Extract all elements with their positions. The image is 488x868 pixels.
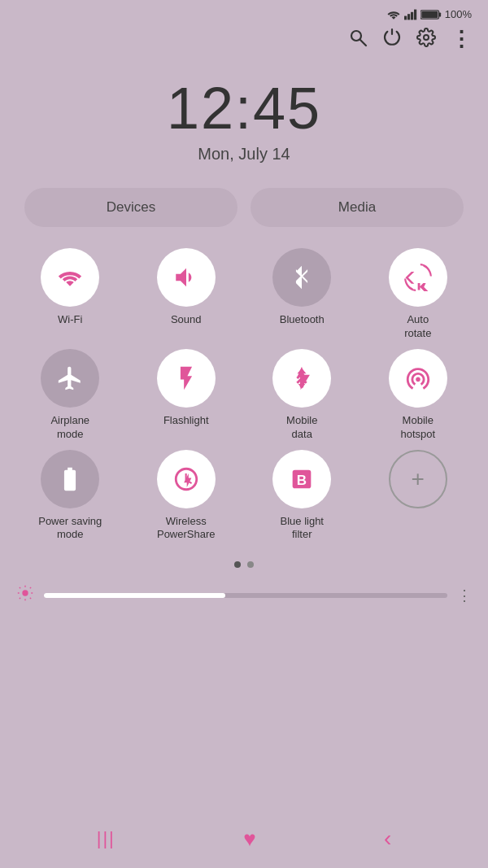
qs-sound-circle [157, 248, 216, 307]
top-actions-bar: ⋮ [0, 20, 488, 59]
qs-wireless-powershare-label: Wireless PowerShare [157, 515, 216, 543]
svg-point-7 [351, 31, 361, 41]
svg-rect-2 [411, 11, 413, 20]
qs-airplane-label: Airplane mode [50, 414, 89, 442]
qs-mobile-hotspot-circle [389, 349, 447, 408]
svg-rect-3 [414, 9, 416, 20]
search-icon[interactable] [348, 28, 368, 52]
qs-sound-label: Sound [171, 313, 202, 327]
back-nav-icon[interactable]: ‹ [384, 826, 391, 852]
qs-auto-rotate-circle [389, 248, 447, 307]
svg-point-9 [424, 35, 429, 40]
qs-mobile-hotspot-label: Mobile hotspot [400, 414, 435, 442]
status-icons: 100% [386, 8, 472, 20]
brightness-row[interactable]: ⋮ [0, 579, 488, 612]
qs-wifi-label: Wi-Fi [58, 313, 82, 327]
bottom-nav: ||| ♥ ‹ [0, 813, 488, 868]
brightness-more-icon[interactable]: ⋮ [457, 587, 472, 604]
settings-icon[interactable] [416, 28, 436, 52]
more-options-icon[interactable]: ⋮ [451, 27, 472, 52]
qs-bluetooth[interactable]: Bluetooth [248, 248, 356, 341]
qs-auto-rotate[interactable]: Auto rotate [364, 248, 473, 341]
qs-mobile-hotspot[interactable]: Mobile hotspot [364, 349, 473, 442]
qs-add-circle: + [389, 450, 447, 508]
page-dot-1 [234, 561, 241, 568]
qs-sound[interactable]: Sound [133, 248, 241, 341]
qs-airplane-circle [41, 349, 99, 408]
svg-point-12 [22, 591, 28, 596]
status-bar: 100% [0, 0, 488, 20]
svg-rect-5 [438, 12, 441, 16]
svg-rect-0 [404, 15, 407, 20]
qs-airplane[interactable]: Airplane mode [16, 349, 124, 442]
battery-percent: 100% [445, 8, 472, 20]
qs-wireless-powershare-circle [157, 450, 216, 508]
page-dots [0, 555, 488, 579]
qs-wifi-circle [41, 248, 99, 307]
qs-mobile-data-circle [272, 349, 331, 408]
qs-mobile-data-label: Mobile data [286, 414, 317, 442]
qs-flashlight-label: Flashlight [163, 414, 209, 428]
power-icon[interactable] [382, 28, 402, 52]
clock-date: Mon, July 14 [0, 145, 488, 164]
svg-rect-1 [407, 14, 410, 20]
qs-bluetooth-circle [272, 248, 331, 307]
clock-time: 12:45 [0, 75, 488, 142]
qs-wireless-powershare[interactable]: Wireless PowerShare [133, 450, 241, 543]
tab-row: Devices Media [0, 172, 488, 235]
qs-bluetooth-label: Bluetooth [280, 313, 325, 327]
qs-blue-light-filter-label: Blue light filter [281, 515, 324, 543]
quick-settings-grid: Wi-Fi Sound Bluetooth Auto rotate [0, 235, 488, 555]
qs-power-saving-label: Power saving mode [38, 515, 102, 543]
qs-wifi[interactable]: Wi-Fi [16, 248, 124, 341]
battery-status-icon [420, 9, 442, 20]
qs-blue-light-filter[interactable]: B Blue light filter [248, 450, 356, 543]
brightness-bar[interactable] [44, 593, 447, 598]
signal-status-icon [404, 9, 417, 20]
qs-blue-light-filter-circle: B [272, 450, 331, 508]
qs-add[interactable]: + [364, 450, 473, 543]
clock-section: 12:45 Mon, July 14 [0, 59, 488, 172]
brightness-fill [44, 593, 225, 598]
recents-nav-icon[interactable]: ||| [97, 828, 115, 849]
home-nav-icon[interactable]: ♥ [243, 827, 255, 852]
qs-flashlight-circle [157, 349, 216, 408]
tab-media[interactable]: Media [251, 188, 464, 227]
tab-devices[interactable]: Devices [24, 188, 237, 227]
wifi-status-icon [386, 9, 401, 20]
qs-auto-rotate-label: Auto rotate [404, 313, 431, 341]
qs-mobile-data[interactable]: Mobile data [248, 349, 356, 442]
qs-power-saving[interactable]: Power saving mode [16, 450, 124, 543]
svg-text:B: B [297, 473, 307, 488]
page-dot-2 [247, 561, 254, 568]
svg-rect-6 [421, 11, 438, 18]
qs-flashlight[interactable]: Flashlight [133, 349, 241, 442]
qs-power-saving-circle [41, 450, 99, 508]
add-icon: + [412, 466, 425, 492]
brightness-icon [16, 584, 34, 607]
svg-line-8 [360, 40, 366, 46]
